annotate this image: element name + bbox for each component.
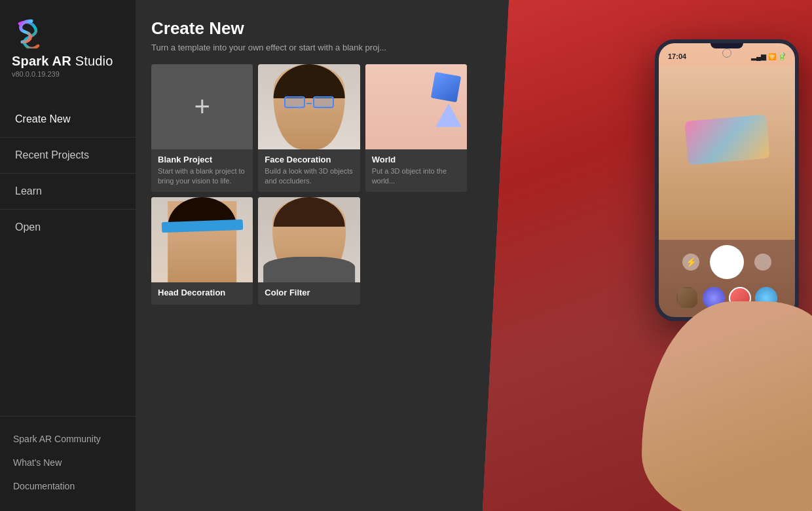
glass-lens-right: [313, 96, 334, 108]
template-name-color: Color Filter: [265, 288, 353, 297]
sidebar: Spark AR Studio v80.0.0.19.239 Create Ne…: [0, 0, 136, 511]
capture-button[interactable]: [710, 245, 744, 279]
hair-shape: [274, 64, 345, 98]
page-subtitle: Turn a template into your own effect or …: [151, 43, 467, 52]
glass-bridge: [306, 103, 312, 104]
phone-ar-view: [659, 66, 795, 240]
face-silhouette: [258, 64, 360, 149]
template-card-world[interactable]: World Put a 3D object into the world...: [365, 64, 467, 192]
sidebar-item-learn[interactable]: Learn: [0, 176, 136, 206]
right-panel: 17:04 ▂▄▆ 🛜 🔋 ›: [483, 0, 812, 511]
left-panel: Create New Turn a template into your own…: [136, 0, 483, 511]
template-name-face: Face Decoration: [265, 155, 353, 164]
version-text: v80.0.0.19.239: [12, 70, 60, 78]
main-content: Create New Turn a template into your own…: [136, 0, 812, 511]
world-scene: [365, 64, 467, 149]
templates-grid: + Blank Project Start with a blank proje…: [151, 64, 467, 305]
phone-notch: [710, 43, 743, 48]
flash-button[interactable]: ⚡: [682, 254, 699, 271]
ar-circle-indicator: [722, 48, 731, 58]
community-link[interactable]: Spark AR Community: [0, 427, 136, 451]
app-name-bold: Spark AR: [12, 54, 71, 68]
template-thumb-head: [151, 197, 253, 282]
blue-dot-accent: [298, 106, 301, 109]
signal-icon: ▂▄▆: [751, 53, 766, 60]
logo-area: Spark AR Studio v80.0.0.19.239: [0, 0, 136, 85]
template-desc-blank: Start with a blank project to bring your…: [158, 166, 246, 187]
template-info-world: World Put a 3D object into the world...: [365, 149, 467, 192]
plus-icon: +: [194, 91, 210, 123]
template-card-blank[interactable]: + Blank Project Start with a blank proje…: [151, 64, 253, 192]
bottom-links: Spark AR Community What's New Documentat…: [0, 416, 136, 511]
switch-camera-button[interactable]: [754, 254, 771, 271]
template-desc-face: Build a look with 3D objects and occlude…: [265, 166, 353, 187]
arms-crossed: [263, 257, 355, 282]
world-triangle: [435, 104, 462, 127]
capture-row: ⚡: [663, 245, 791, 279]
nav-divider-1: [0, 137, 136, 138]
template-info-head: Head Decoration: [151, 282, 253, 305]
template-thumb-blank: +: [151, 64, 253, 149]
template-thumb-color: [258, 197, 360, 282]
template-name-world: World: [372, 155, 460, 164]
ar-arrow-indicator: ›: [783, 48, 786, 59]
template-info-face: Face Decoration Build a look with 3D obj…: [258, 149, 360, 192]
template-name-head: Head Decoration: [158, 288, 246, 297]
content-split: Create New Turn a template into your own…: [136, 0, 812, 511]
effect-thumb-1[interactable]: [676, 287, 699, 309]
page-title: Create New: [151, 18, 467, 39]
app-name-regular: Studio: [71, 54, 113, 68]
phone-status-icons: ▂▄▆ 🛜 🔋: [751, 53, 786, 60]
sidebar-item-recent-projects[interactable]: Recent Projects: [0, 140, 136, 170]
head-scene: [151, 197, 253, 282]
phone-screen: 17:04 ▂▄▆ 🛜 🔋 ›: [659, 43, 795, 317]
documentation-link[interactable]: Documentation: [0, 474, 136, 498]
template-info-blank: Blank Project Start with a blank project…: [151, 149, 253, 192]
nav-divider-3: [0, 209, 136, 210]
phone-time: 17:04: [668, 52, 686, 60]
wifi-icon: 🛜: [768, 53, 776, 60]
template-thumb-face: [258, 64, 360, 149]
whats-new-link[interactable]: What's New: [0, 451, 136, 474]
world-cube: [431, 72, 461, 102]
template-info-color: Color Filter: [258, 282, 360, 305]
app-title: Spark AR Studio: [12, 54, 113, 69]
phone-device: 17:04 ▂▄▆ 🛜 🔋 ›: [655, 39, 799, 321]
ar-glasses-effect: [684, 114, 769, 164]
template-thumb-world: [365, 64, 467, 149]
template-card-face[interactable]: Face Decoration Build a look with 3D obj…: [258, 64, 360, 192]
glass-lens-left: [284, 96, 305, 108]
template-card-color[interactable]: Color Filter: [258, 197, 360, 305]
color-scene: [258, 197, 360, 282]
sidebar-nav: Create New Recent Projects Learn Open: [0, 104, 136, 416]
template-name-blank: Blank Project: [158, 155, 246, 164]
sidebar-item-open[interactable]: Open: [0, 212, 136, 242]
template-desc-world: Put a 3D object into the world...: [372, 166, 460, 187]
spark-ar-logo-icon: [12, 14, 46, 48]
nav-divider-2: [0, 173, 136, 174]
sidebar-item-create-new[interactable]: Create New: [0, 104, 136, 134]
template-card-head[interactable]: Head Decoration: [151, 197, 253, 305]
glasses-overlay: [284, 96, 334, 108]
